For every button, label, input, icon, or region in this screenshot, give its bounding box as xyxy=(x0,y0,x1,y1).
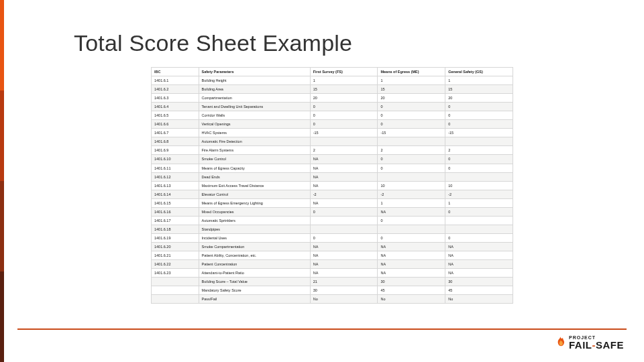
table-row: 1401.6.14Elevator Control-2-2-2 xyxy=(152,190,513,198)
logo-main-text: FAIL-SAFE xyxy=(569,340,624,350)
cell-me: NA xyxy=(378,207,445,216)
cell-fs: -15 xyxy=(310,129,378,137)
cell-fs: NA xyxy=(310,198,378,207)
cell-gs xyxy=(445,216,513,225)
cell-param: Incidental Uses xyxy=(199,233,310,242)
cell-gs: No xyxy=(445,295,513,304)
cell-ibc: 1401.6.23 xyxy=(152,269,199,278)
cell-ibc: 1401.6.17 xyxy=(152,216,199,225)
cell-param: Automatic Sprinklers xyxy=(199,216,310,225)
cell-gs: 30 xyxy=(445,278,513,286)
cell-fs: 2 xyxy=(310,146,378,155)
summary-row: Pass/FailNoNoNo xyxy=(152,295,513,304)
cell-me xyxy=(378,137,445,146)
cell-me: NA xyxy=(378,242,445,251)
table-row: 1401.6.20Smoke CompartmentationNANANA xyxy=(152,242,513,251)
cell-me: No xyxy=(378,295,445,304)
cell-fs: 0 xyxy=(310,233,378,242)
cell-ibc: 1401.6.21 xyxy=(152,251,199,259)
cell-gs: NA xyxy=(445,260,513,269)
cell-fs: 30 xyxy=(310,286,378,295)
cell-gs xyxy=(445,225,513,233)
cell-param: Dead Ends xyxy=(199,172,310,181)
table-row: 1401.6.6Vertical Openings000 xyxy=(152,120,513,129)
cell-ibc: 1401.6.12 xyxy=(152,172,199,181)
summary-row: Building Score – Total Value213030 xyxy=(152,278,513,286)
table-row: 1401.6.21Patient Ability, Concentration,… xyxy=(152,251,513,259)
cell-param: Attendant-to-Patient Ratio xyxy=(199,269,310,278)
cell-me: NA xyxy=(378,260,445,269)
cell-me: 0 xyxy=(378,164,445,172)
accent-bars xyxy=(0,0,7,362)
cell-param: Tenant and Dwelling Unit Separations xyxy=(199,103,310,111)
cell-fs xyxy=(310,216,378,225)
cell-fs: 21 xyxy=(310,278,378,286)
table-row: 1401.6.10Smoke ControlNA00 xyxy=(152,155,513,164)
cell-fs: NA xyxy=(310,155,378,164)
cell-param: Maximum Exit Access Travel Distance xyxy=(199,181,310,190)
table-row: 1401.6.13Maximum Exit Access Travel Dist… xyxy=(152,181,513,190)
cell-fs: 0 xyxy=(310,103,378,111)
cell-gs: 0 xyxy=(445,111,513,120)
cell-gs: 0 xyxy=(445,207,513,216)
cell-gs xyxy=(445,172,513,181)
cell-fs: 15 xyxy=(310,85,378,94)
cell-param: Smoke Control xyxy=(199,155,310,164)
cell-gs: 0 xyxy=(445,120,513,129)
score-table: IBC Safety Parameters First Survey (FS) … xyxy=(151,67,513,304)
cell-me: NA xyxy=(378,251,445,259)
cell-me: 0 xyxy=(378,155,445,164)
cell-me xyxy=(378,225,445,233)
cell-param: Smoke Compartmentation xyxy=(199,242,310,251)
cell-me: 20 xyxy=(378,94,445,103)
cell-me: 0 xyxy=(378,233,445,242)
cell-me: 0 xyxy=(378,103,445,111)
cell-fs: -2 xyxy=(310,190,378,198)
cell-gs: NA xyxy=(445,242,513,251)
cell-param: HVAC Systems xyxy=(199,129,310,137)
table-header-row: IBC Safety Parameters First Survey (FS) … xyxy=(152,68,513,76)
cell-me: 10 xyxy=(378,181,445,190)
cell-ibc xyxy=(152,278,199,286)
cell-fs: NA xyxy=(310,181,378,190)
cell-param: Mandatory Safety Score xyxy=(199,286,310,295)
cell-gs: -2 xyxy=(445,190,513,198)
cell-fs: NA xyxy=(310,242,378,251)
cell-me: NA xyxy=(378,269,445,278)
col-ibc: IBC xyxy=(152,68,199,76)
cell-fs: NA xyxy=(310,172,378,181)
cell-me: 15 xyxy=(378,85,445,94)
table-row: 1401.6.8Automatic Fire Detection xyxy=(152,137,513,146)
cell-ibc: 1401.6.1 xyxy=(152,76,199,85)
cell-me: 0 xyxy=(378,216,445,225)
cell-me: 0 xyxy=(378,111,445,120)
cell-fs: 1 xyxy=(310,76,378,85)
table-row: 1401.6.16Mixed Occupancies0NA0 xyxy=(152,207,513,216)
table-row: 1401.6.2Building Area151515 xyxy=(152,85,513,94)
cell-gs xyxy=(445,137,513,146)
cell-param: Pass/Fail xyxy=(199,295,310,304)
table-row: 1401.6.11Means of Egress CapacityNA00 xyxy=(152,164,513,172)
cell-me: -15 xyxy=(378,129,445,137)
cell-ibc: 1401.6.14 xyxy=(152,190,199,198)
page-title: Total Score Sheet Example xyxy=(74,30,352,56)
cell-param: Elevator Control xyxy=(199,190,310,198)
summary-row: Mandatory Safety Score304545 xyxy=(152,286,513,295)
cell-ibc: 1401.6.2 xyxy=(152,85,199,94)
cell-ibc xyxy=(152,286,199,295)
cell-gs: 0 xyxy=(445,164,513,172)
col-params: Safety Parameters xyxy=(199,68,310,76)
table-row: 1401.6.12Dead EndsNA xyxy=(152,172,513,181)
cell-me: 1 xyxy=(378,76,445,85)
table-row: 1401.6.17Automatic Sprinklers0 xyxy=(152,216,513,225)
project-failsafe-logo: PROJECT FAIL-SAFE xyxy=(555,335,624,350)
cell-fs: 20 xyxy=(310,94,378,103)
cell-gs: NA xyxy=(445,269,513,278)
cell-param: Means of Egress Capacity xyxy=(199,164,310,172)
cell-param: Building Area xyxy=(199,85,310,94)
cell-me: 2 xyxy=(378,146,445,155)
table-row: 1401.6.4Tenant and Dwelling Unit Separat… xyxy=(152,103,513,111)
cell-ibc: 1401.6.9 xyxy=(152,146,199,155)
table-row: 1401.6.19Incidental Uses000 xyxy=(152,233,513,242)
cell-param: Building Score – Total Value xyxy=(199,278,310,286)
